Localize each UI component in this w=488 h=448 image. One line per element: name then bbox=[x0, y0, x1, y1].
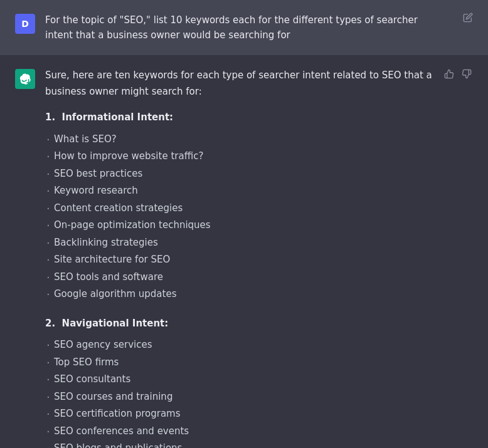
user-message: D For the topic of "SEO," list 10 keywor… bbox=[0, 0, 488, 55]
list-item: Keyword research bbox=[45, 182, 448, 200]
intent-title-2: 2. Navigational Intent: bbox=[45, 316, 448, 332]
intent-label-2: Navigational Intent: bbox=[62, 318, 169, 329]
list-item: SEO certification programs bbox=[45, 405, 448, 423]
list-item: Backlinking strategies bbox=[45, 234, 448, 252]
thumbs-up-button[interactable] bbox=[443, 68, 455, 80]
keyword-list-informational: What is SEO? How to improve website traf… bbox=[45, 131, 448, 303]
list-item: Top SEO firms bbox=[45, 354, 448, 372]
user-avatar: D bbox=[15, 14, 35, 34]
list-item: SEO tools and software bbox=[45, 269, 448, 286]
assistant-avatar bbox=[15, 69, 35, 89]
thumbs-down-button[interactable] bbox=[460, 68, 473, 80]
list-item: SEO blogs and publications bbox=[45, 440, 448, 448]
list-item: What is SEO? bbox=[45, 131, 448, 148]
intent-title-1: 1. Informational Intent: bbox=[45, 110, 448, 126]
user-message-text: For the topic of "SEO," list 10 keywords… bbox=[45, 13, 473, 43]
list-item: SEO best practices bbox=[45, 165, 448, 183]
list-item: SEO consultants bbox=[45, 371, 448, 388]
intent-section-informational: 1. Informational Intent: What is SEO? Ho… bbox=[45, 110, 448, 303]
list-item: On-page optimization techniques bbox=[45, 217, 448, 234]
assistant-message: Sure, here are ten keywords for each typ… bbox=[0, 55, 488, 448]
intent-number-2: 2. bbox=[45, 318, 55, 329]
list-item: How to improve website traffic? bbox=[45, 148, 448, 165]
list-item: Google algorithm updates bbox=[45, 286, 448, 303]
intent-number-1: 1. bbox=[45, 112, 55, 123]
action-buttons bbox=[443, 68, 473, 80]
edit-icon[interactable] bbox=[463, 13, 473, 26]
intent-label-1: Informational Intent: bbox=[62, 112, 173, 123]
keyword-list-navigational: SEO agency services Top SEO firms SEO co… bbox=[45, 336, 448, 448]
list-item: SEO agency services bbox=[45, 336, 448, 354]
assistant-intro: Sure, here are ten keywords for each typ… bbox=[45, 68, 448, 100]
list-item: Site architecture for SEO bbox=[45, 251, 448, 269]
chat-container: D For the topic of "SEO," list 10 keywor… bbox=[0, 0, 488, 448]
assistant-content: Sure, here are ten keywords for each typ… bbox=[45, 68, 473, 448]
list-item: SEO courses and training bbox=[45, 388, 448, 406]
list-item: SEO conferences and events bbox=[45, 423, 448, 440]
intent-section-navigational: 2. Navigational Intent: SEO agency servi… bbox=[45, 316, 448, 449]
list-item: Content creation strategies bbox=[45, 200, 448, 217]
